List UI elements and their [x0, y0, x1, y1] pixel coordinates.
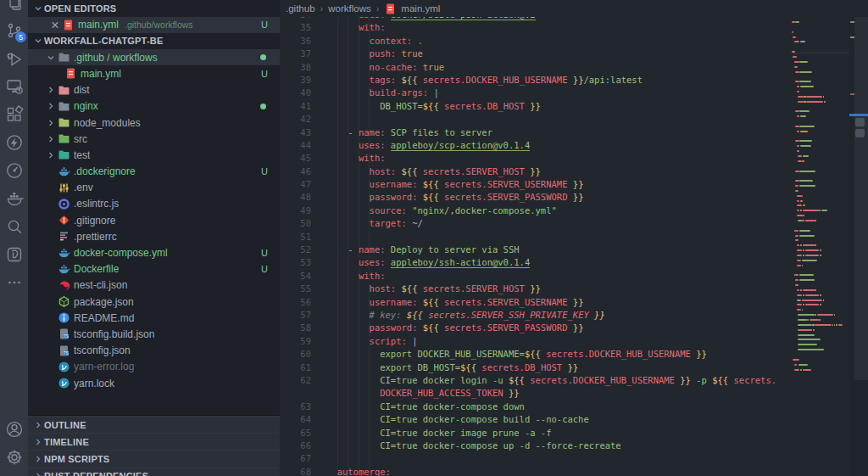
code-line-62[interactable]: 62 CI=true docker login -u ${{ secrets.D…: [280, 374, 792, 387]
search-icon[interactable]: [0, 212, 28, 240]
code-line-60[interactable]: 60 export DOCKER_HUB_USERNAME=${{ secret…: [280, 348, 792, 361]
minimap-line: [797, 304, 802, 305]
git-status-badge: U: [261, 69, 268, 79]
tree-file--prettierrc[interactable]: .prettierrc: [28, 228, 280, 244]
run-debug-icon[interactable]: [0, 44, 28, 72]
tree-folder-src[interactable]: src: [28, 131, 280, 147]
tree-folder-dist[interactable]: dist: [28, 82, 280, 98]
extensions-icon[interactable]: [0, 100, 28, 128]
code-line-44[interactable]: 44 uses: appleboy/scp-action@v0.1.4: [280, 139, 792, 152]
code-line-66[interactable]: 66 CI=true docker-compose up -d --force-…: [280, 440, 792, 452]
code-line-41[interactable]: 41 DB_HOST=${{ secrets.DB_HOST }}: [280, 100, 792, 113]
code-line-65[interactable]: 65 CI=true docker image prune -a -f: [280, 427, 792, 440]
tree-file--gitignore[interactable]: .gitignore: [28, 212, 280, 228]
tree-file-package-json[interactable]: package.json: [28, 294, 280, 310]
project-header[interactable]: WORKFALL-CHATGPT-BE: [28, 33, 280, 50]
tree-file--env[interactable]: .env: [28, 180, 280, 196]
code-line-42[interactable]: 42: [280, 113, 792, 126]
open-editor-item[interactable]: main.yml.github/workflowsU: [28, 17, 280, 33]
code-text: username: ${{ secrets.SERVER_USERNAME }}: [326, 297, 583, 307]
tree-folder-test[interactable]: test: [28, 147, 280, 163]
code-area[interactable]: 34 uses: docker/build-push-action@v235 w…: [280, 17, 792, 476]
code-line-47[interactable]: 47 username: ${{ secrets.SERVER_USERNAME…: [280, 178, 792, 191]
source-control-icon[interactable]: 5: [0, 16, 28, 44]
breadcrumb-item-workflows[interactable]: workflows: [328, 3, 370, 14]
code-line-40[interactable]: 40 build-args: |: [280, 87, 792, 99]
minimap-line: [795, 140, 798, 142]
settings-gear-icon[interactable]: [0, 443, 28, 471]
minimap-line: [798, 324, 812, 326]
code-line-52[interactable]: 52 - name: Deploy to server via SSH: [280, 244, 792, 256]
tree-file-tsconfig-build-json[interactable]: TStsconfig.build.json: [28, 326, 280, 342]
tree-file-readme-md[interactable]: README.md: [28, 310, 280, 326]
code-line-54[interactable]: 54 with:: [280, 270, 792, 283]
code-line-61[interactable]: 61 export DB_HOST=${{ secrets.DB_HOST }}: [280, 361, 792, 374]
minimap-line: [803, 294, 804, 296]
code-line-50[interactable]: 50 target: ~/: [280, 217, 792, 230]
tree-file-main-yml[interactable]: main.ymlU: [28, 65, 280, 81]
panel-header-rust-dependencies[interactable]: RUST DEPENDENCIES: [28, 468, 280, 476]
code-line-59[interactable]: 59 script: |: [280, 335, 792, 348]
tree-folder--github-workflows[interactable]: .github / workflows: [28, 49, 280, 65]
line-number: 40: [280, 87, 311, 99]
minimap-line: [803, 155, 809, 157]
code-line-49[interactable]: 49 source: "nginx/,docker-compose.yml": [280, 204, 792, 217]
code-line-45[interactable]: 45 with:: [280, 152, 792, 165]
minimap-line: [795, 185, 798, 187]
remote-explorer-icon[interactable]: [0, 72, 28, 100]
code-line-36[interactable]: 36 context: .: [280, 35, 792, 48]
git-status-badge: U: [261, 248, 268, 258]
tree-file-yarn-error-log[interactable]: yarn-error.log: [28, 359, 280, 375]
code-line-39[interactable]: 39 tags: ${{ secrets.DOCKER_HUB_USERNAME…: [280, 74, 792, 87]
minimap-line: [794, 61, 799, 63]
thunder-client-icon[interactable]: [0, 128, 28, 156]
code-line-64[interactable]: 64 CI=true docker-compose build --no-cac…: [280, 413, 792, 426]
code-line-35[interactable]: 35 with:: [280, 21, 792, 34]
tool-circle-icon[interactable]: [0, 156, 28, 184]
docker-icon[interactable]: [0, 184, 28, 212]
tree-file-dockerfile[interactable]: DockerfileU: [28, 261, 280, 277]
tree-file--eslintrc-js[interactable]: .eslintrc.js: [28, 196, 280, 212]
scrollbar-slider[interactable]: [854, 17, 868, 380]
line-number: 64: [280, 413, 311, 426]
files-icon[interactable]: [0, 0, 28, 16]
code-line-38[interactable]: 38 no-cache: true: [280, 61, 792, 74]
code-line-51[interactable]: 51: [280, 231, 792, 244]
code-line-68[interactable]: 68 automerge:: [280, 466, 792, 476]
tree-folder-nginx[interactable]: nginx: [28, 98, 280, 115]
tree-file--dockerignore[interactable]: .dockerignoreU: [28, 164, 280, 180]
panel-header-timeline[interactable]: TIMELINE: [28, 433, 280, 450]
account-icon[interactable]: [0, 415, 28, 443]
code-line-37[interactable]: 37 push: true: [280, 48, 792, 60]
tree-file-yarn-lock[interactable]: yarn.lock: [28, 375, 280, 391]
tree-file-tsconfig-json[interactable]: TStsconfig.json: [28, 343, 280, 359]
postgresql-icon[interactable]: [0, 240, 28, 268]
item-label: yarn-error.log: [74, 361, 134, 372]
line-number: 47: [280, 178, 311, 191]
code-line-67[interactable]: 67: [280, 452, 792, 465]
code-line-43[interactable]: 43 - name: SCP files to server: [280, 126, 792, 139]
breadcrumb-item-main-yml[interactable]: main.yml: [384, 3, 440, 15]
panel-header-outline[interactable]: OUTLINE: [28, 416, 280, 433]
panel-header-npm-scripts[interactable]: NPM SCRIPTS: [28, 450, 280, 467]
item-label: src: [74, 133, 87, 145]
code-line-48[interactable]: 48 password: ${{ secrets.SERVER_PASSWORD…: [280, 191, 792, 204]
code-line-56[interactable]: 56 username: ${{ secrets.SERVER_USERNAME…: [280, 296, 792, 309]
scrollbar-overview-ruler[interactable]: [849, 0, 868, 476]
code-line-55[interactable]: 55 host: ${{ secrets.SERVER_HOST }}: [280, 283, 792, 295]
code-line-57[interactable]: 57 # key: ${{ secrets.SERVER_SSH_PRIVATE…: [280, 309, 792, 322]
close-icon[interactable]: [49, 19, 61, 31]
code-line-wrap[interactable]: DOCKER_HUB_ACCESS_TOKEN }}: [280, 387, 792, 400]
breadcrumb-item--github[interactable]: .github: [286, 3, 315, 14]
tree-folder-node-modules[interactable]: node_modules: [28, 115, 280, 131]
code-line-63[interactable]: 63 CI=true docker-compose down: [280, 400, 792, 413]
code-line-58[interactable]: 58 password: ${{ secrets.SERVER_PASSWORD…: [280, 322, 792, 334]
open-editors-header[interactable]: OPEN EDITORS: [28, 0, 280, 17]
more-tools-icon[interactable]: [0, 268, 28, 296]
code-line-46[interactable]: 46 host: ${{ secrets.SERVER_HOST }}: [280, 165, 792, 178]
tree-file-nest-cli-json[interactable]: nest-cli.json: [28, 277, 280, 294]
code-line-53[interactable]: 53 uses: appleboy/ssh-action@v0.1.4: [280, 256, 792, 269]
overview-change-mark: [850, 93, 854, 95]
minimap[interactable]: [792, 0, 851, 476]
tree-file-docker-compose-yml[interactable]: docker-compose.ymlU: [28, 244, 280, 260]
